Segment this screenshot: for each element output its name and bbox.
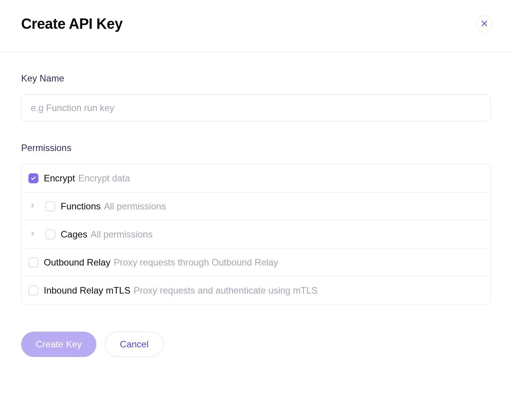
expand-functions[interactable] [28, 202, 37, 211]
permission-name: Functions [61, 201, 101, 211]
checkbox-outbound-relay[interactable] [28, 257, 38, 267]
permission-row-outbound-relay: Outbound Relay Proxy requests through Ou… [22, 249, 490, 277]
permission-name: Cages [61, 229, 87, 239]
permission-row-functions: Functions All permissions [22, 193, 490, 221]
modal-footer: Create Key Cancel [0, 305, 512, 378]
cancel-button[interactable]: Cancel [105, 332, 164, 357]
permission-text: Encrypt Encrypt data [44, 173, 130, 184]
permission-row-cages: Cages All permissions [22, 221, 490, 249]
permission-name: Outbound Relay [44, 257, 110, 267]
permission-description: Proxy requests and authenticate using mT… [134, 285, 318, 295]
checkbox-functions[interactable] [45, 201, 55, 211]
close-button[interactable] [476, 15, 493, 32]
modal-header: Create API Key [0, 0, 512, 52]
modal-title: Create API Key [21, 16, 123, 32]
close-icon [481, 20, 488, 28]
permission-row-inbound-relay-mtls: Inbound Relay mTLS Proxy requests and au… [22, 277, 490, 304]
permission-text: Functions All permissions [61, 201, 166, 212]
create-key-button[interactable]: Create Key [21, 332, 96, 357]
chevron-right-icon [30, 231, 35, 238]
permission-description: Proxy requests through Outbound Relay [114, 257, 278, 267]
chevron-right-icon [30, 203, 35, 210]
permission-description: All permissions [104, 201, 166, 211]
expand-cages[interactable] [28, 230, 37, 239]
permission-row-encrypt: Encrypt Encrypt data [22, 164, 490, 193]
permission-name: Inbound Relay mTLS [44, 285, 130, 295]
permission-text: Inbound Relay mTLS Proxy requests and au… [44, 285, 318, 296]
permission-description: All permissions [91, 229, 152, 239]
create-api-key-modal: Create API Key Key Name Permissions [0, 0, 512, 420]
permission-text: Outbound Relay Proxy requests through Ou… [44, 257, 278, 268]
key-name-input[interactable] [21, 95, 491, 121]
checkbox-inbound-relay-mtls[interactable] [28, 286, 38, 295]
checkbox-cages[interactable] [45, 229, 55, 239]
checkbox-encrypt[interactable] [28, 173, 38, 183]
permissions-list: Encrypt Encrypt data [21, 164, 491, 305]
permissions-label: Permissions [21, 143, 491, 153]
modal-body: Key Name Permissions Encrypt Encrypt dat… [0, 52, 512, 305]
permission-text: Cages All permissions [61, 229, 152, 240]
permission-name: Encrypt [44, 173, 75, 183]
key-name-label: Key Name [21, 73, 491, 84]
permission-description: Encrypt data [78, 173, 130, 183]
